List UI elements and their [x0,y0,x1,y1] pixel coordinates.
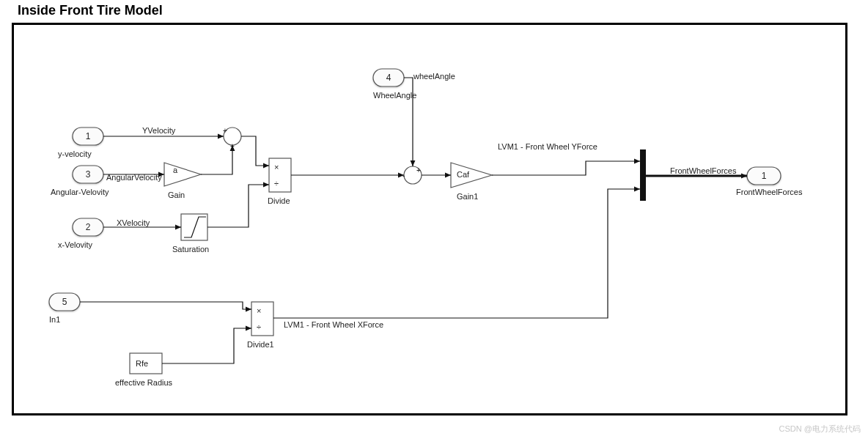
saturation-block[interactable] [181,214,207,240]
divide1-top: × [257,306,261,315]
mux-block[interactable] [640,149,646,201]
simulink-canvas: 4 wheelAngle WheelAngle 1 y-velocity YVe… [12,23,847,415]
outport-label: FrontWheelForces [736,188,803,196]
divide-block[interactable]: × ÷ [269,158,291,192]
inport-angularvel[interactable]: 3 [73,166,103,183]
divide-label: Divide [268,196,290,205]
inport-in1-num: 5 [62,297,67,307]
constant-rfe-text: Rfe [136,359,148,368]
gain1-block[interactable]: Caf [451,163,492,188]
svg-rect-16 [251,302,273,336]
inport-wheelangle-signal: wheelAngle [413,72,455,81]
gain-text: a [173,166,178,174]
svg-rect-4 [181,214,207,240]
yvelocity-signal: YVelocity [142,126,176,135]
outport-num: 1 [762,171,767,181]
page-title: Inside Front Tire Model [18,3,856,18]
inport-xvel-num: 2 [86,222,91,232]
inport-yvelocity-num: 1 [86,131,91,141]
divide-bot: ÷ [274,179,279,188]
gain1-text: Caf [457,170,470,179]
constant-rfe[interactable]: Rfe [130,353,162,374]
inport-in1[interactable]: 5 [49,293,80,311]
inport-wheelangle-label: WheelAngle [373,91,416,100]
inport-xvelovity[interactable]: 2 [73,218,103,236]
inport-wheelangle[interactable]: 4 [373,69,404,86]
divide1-block[interactable]: × ÷ [251,302,273,336]
inport-angularvel-num: 3 [86,169,91,180]
svg-text:+: + [223,127,227,135]
inport-in1-label: In1 [49,315,60,324]
signal-yforce: LVM1 - Front Wheel YForce [498,142,597,151]
xvel-signal: XVelocity [117,218,150,227]
inport-angularvel-label: Angular-Velovity [51,188,109,196]
divide1-label: Divide1 [247,340,274,349]
gain1-label: Gain1 [457,192,478,201]
saturation-label: Saturation [172,245,209,254]
svg-text:+: + [416,166,421,174]
constant-rfe-label: effective Radius [115,378,173,387]
svg-rect-8 [269,158,291,192]
inport-yvelocity-label: y-velocity [58,149,92,158]
outport-frontwheelforces[interactable]: 1 [747,167,781,185]
divide-top: × [274,163,279,171]
watermark: CSDN @电力系统代码 [779,424,861,435]
gain-block[interactable]: a [164,163,201,186]
sum2-block[interactable]: - + [402,166,422,184]
mux-out-label: FrontWheelForces [670,166,737,175]
signal-xforce: LVM1 - Front Wheel XForce [284,320,383,329]
inport-xvel-label: x-Velovity [58,240,93,249]
inport-yvelocity[interactable]: 1 [73,128,103,145]
divide1-bot: ÷ [257,322,261,331]
inport-wheelangle-num: 4 [386,73,391,83]
svg-rect-12 [640,149,646,201]
gain-label: Gain [168,191,185,199]
